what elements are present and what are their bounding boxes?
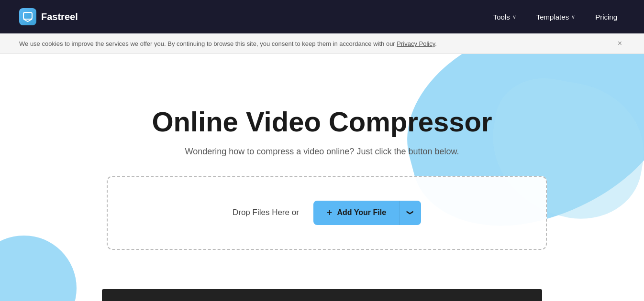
add-file-dropdown-button[interactable]: ❯	[400, 201, 421, 225]
nav-tools-label: Tools	[493, 13, 510, 21]
svg-rect-0	[23, 12, 32, 19]
brand-logo	[19, 8, 36, 25]
dropdown-chevron-icon: ❯	[407, 210, 414, 215]
cookie-banner: We use cookies to improve the services w…	[0, 33, 644, 54]
hero-content: Online Video Compressor Wondering how to…	[107, 107, 537, 250]
upload-box: Drop Files Here or + Add Your File ❯	[107, 176, 547, 250]
drop-files-text: Drop Files Here or	[233, 208, 299, 217]
add-file-button-group: + Add Your File ❯	[313, 201, 421, 225]
blob-bottom-left	[0, 236, 77, 301]
add-file-label: Add Your File	[337, 208, 387, 217]
nav-item-tools[interactable]: Tools ∨	[486, 9, 524, 25]
navbar: Fastreel Tools ∨ Templates ∨ Pricing	[0, 0, 644, 33]
cookie-close-button[interactable]: ×	[615, 38, 625, 49]
nav-items: Tools ∨ Templates ∨ Pricing	[486, 9, 625, 25]
hero-subtitle: Wondering how to compress a video online…	[107, 147, 537, 157]
nav-pricing-label: Pricing	[595, 13, 617, 21]
brand-name: Fastreel	[41, 11, 78, 22]
cookie-message: We use cookies to improve the services w…	[19, 40, 397, 47]
hero-title: Online Video Compressor	[107, 107, 537, 137]
add-file-button[interactable]: + Add Your File	[313, 201, 400, 225]
nav-templates-label: Templates	[536, 13, 569, 21]
cookie-text: We use cookies to improve the services w…	[19, 40, 437, 47]
hero-section: Online Video Compressor Wondering how to…	[0, 54, 644, 301]
privacy-policy-link[interactable]: Privacy Policy	[397, 40, 435, 47]
nav-item-pricing[interactable]: Pricing	[588, 9, 625, 25]
nav-templates-chevron: ∨	[571, 14, 575, 20]
nav-item-templates[interactable]: Templates ∨	[529, 9, 583, 25]
nav-tools-chevron: ∨	[512, 14, 516, 20]
bottom-bar-hint	[102, 289, 542, 301]
plus-icon: +	[327, 207, 333, 218]
brand[interactable]: Fastreel	[19, 8, 78, 25]
